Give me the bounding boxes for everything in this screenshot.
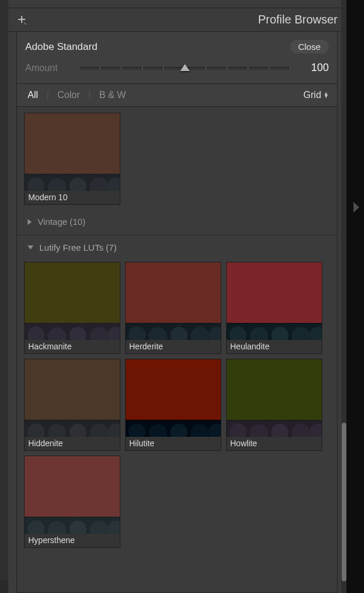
view-mode-label: Grid [304, 90, 321, 100]
filter-row: All Color B & W Grid ▲▼ [17, 83, 337, 106]
thumb-label: Herderite [126, 340, 221, 353]
profile-thumb[interactable]: Hiddenite [24, 359, 120, 451]
profile-thumb[interactable]: Herderite [125, 262, 221, 354]
thumb-preview [126, 262, 221, 340]
updown-icon: ▲▼ [323, 92, 329, 98]
left-gutter [0, 0, 8, 593]
amount-label: Amount [25, 63, 78, 73]
profile-header: Adobe Standard Close Amount 100 [16, 32, 338, 107]
stray-grid: Modern 10 [17, 107, 337, 210]
amount-value: 100 [303, 62, 329, 74]
top-divider [8, 0, 346, 8]
close-button[interactable]: Close [290, 40, 329, 53]
separator [89, 90, 90, 100]
slider-handle[interactable] [180, 64, 190, 71]
title-row: Profile Browser [8, 8, 346, 32]
profile-thumb[interactable]: Heulandite [226, 262, 322, 354]
header-row-2: Amount 100 [17, 57, 337, 83]
thumb-preview [227, 359, 322, 437]
thumb-preview [227, 262, 322, 340]
filter-color[interactable]: Color [55, 90, 82, 100]
thumb-preview [25, 456, 120, 534]
group-lutify[interactable]: Lutify Free LUTs (7) [17, 235, 337, 256]
filter-bw[interactable]: B & W [97, 90, 128, 100]
profile-thumb[interactable]: Modern 10 [24, 113, 120, 205]
profile-thumb[interactable]: Hypersthene [24, 456, 120, 548]
profile-browser-panel: Profile Browser Adobe Standard Close Amo… [0, 0, 346, 593]
chevron-down-icon [28, 245, 33, 250]
thumb-label: Howlite [227, 437, 322, 450]
amount-slider[interactable] [78, 67, 291, 69]
current-profile-name: Adobe Standard [25, 41, 290, 53]
right-strip [346, 0, 364, 593]
header-row-1: Adobe Standard Close [17, 32, 337, 57]
thumb-label: Heulandite [227, 340, 322, 353]
profile-thumb[interactable]: Hilutite [125, 359, 221, 451]
view-mode-button[interactable]: Grid ▲▼ [304, 90, 329, 100]
thumb-label: Hypersthene [25, 534, 120, 547]
add-profile-icon[interactable] [16, 15, 27, 25]
thumb-label: Modern 10 [25, 191, 120, 204]
slider-track [78, 67, 291, 69]
thumb-label: Hiddenite [25, 437, 120, 450]
thumb-preview [126, 359, 221, 437]
lutify-grid: HackmaniteHerderiteHeulanditeHiddeniteHi… [17, 256, 337, 552]
thumb-label: Hilutite [126, 437, 221, 450]
group-vintage[interactable]: Vintage (10) [17, 210, 337, 230]
profiles-scroll-area[interactable]: Modern 10 Vintage (10) Lutify Free LUTs … [16, 107, 338, 593]
profile-thumb[interactable]: Howlite [226, 359, 322, 451]
panel-title: Profile Browser [258, 13, 338, 26]
thumb-preview [25, 113, 120, 191]
filter-all[interactable]: All [25, 90, 41, 100]
group-label: Vintage (10) [38, 217, 85, 227]
bottom-edge [0, 580, 8, 593]
expand-panel-icon[interactable] [353, 202, 359, 213]
group-label: Lutify Free LUTs (7) [39, 242, 117, 252]
thumb-preview [25, 262, 120, 340]
chevron-right-icon [28, 219, 32, 225]
profile-thumb[interactable]: Hackmanite [24, 262, 120, 354]
thumb-label: Hackmanite [25, 340, 120, 353]
separator [48, 90, 48, 100]
panel-body: Profile Browser Adobe Standard Close Amo… [8, 0, 346, 593]
scrollbar-thumb[interactable] [342, 423, 346, 581]
thumb-preview [25, 359, 120, 437]
